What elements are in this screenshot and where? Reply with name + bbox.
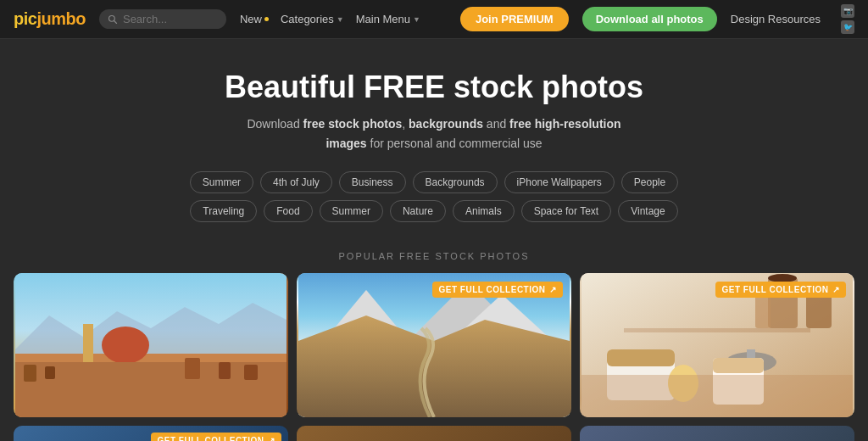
photo-card-bottom-right[interactable] [580, 426, 854, 441]
twitter-icon[interactable]: 🐦 [841, 20, 854, 34]
site-logo: picjumbo [14, 9, 86, 29]
tag-space-for-text[interactable]: Space for Text [521, 200, 612, 222]
tag-nature[interactable]: Nature [390, 200, 446, 222]
svg-rect-35 [581, 375, 853, 417]
social-icons: 📷 🐦 [841, 4, 854, 34]
categories-arrow-icon: ▼ [337, 15, 344, 24]
search-bar[interactable] [99, 9, 226, 29]
tag-summer-2[interactable]: Summer [320, 200, 383, 222]
instagram-icon[interactable]: 📷 [841, 4, 854, 18]
mountain-collection-badge[interactable]: GET FULL COLLECTION ↗ [432, 282, 563, 298]
popular-section-label: POPULAR FREE STOCK PHOTOS [0, 251, 868, 261]
tags-section: Summer 4th of July Business Backgrounds … [17, 171, 851, 222]
nav-links: New Categories ▼ Main Menu ▼ [240, 13, 447, 25]
external-link-icon-2: ↗ [832, 285, 840, 294]
hero-headline: Beautiful FREE stock photos [17, 70, 851, 104]
photo-grid: GET FULL COLLECTION ↗ [0, 273, 868, 417]
tag-4th-of-july[interactable]: 4th of July [260, 171, 332, 193]
new-dot-indicator [264, 17, 269, 21]
join-premium-button[interactable]: Join PREMIUM [460, 7, 569, 31]
svg-rect-34 [624, 328, 810, 332]
navbar: picjumbo New Categories ▼ Main Menu ▼ Jo… [0, 0, 868, 39]
photo-florence-bg [14, 273, 288, 417]
svg-rect-10 [45, 366, 55, 379]
photo-card-bottom-mid[interactable] [297, 426, 571, 441]
tag-vintage[interactable]: Vintage [618, 200, 677, 222]
nav-categories[interactable]: Categories ▼ [281, 13, 344, 25]
tag-food[interactable]: Food [264, 200, 312, 222]
tag-business[interactable]: Business [339, 171, 406, 193]
tag-iphone-wallpapers[interactable]: iPhone Wallpapers [504, 171, 615, 193]
search-input[interactable] [123, 13, 218, 25]
photo-card-florence[interactable] [14, 273, 288, 417]
main-menu-arrow-icon: ▼ [413, 15, 420, 24]
nav-new[interactable]: New [240, 13, 269, 25]
photo-card-bottom-left[interactable]: GET FULL COLLECTION ↗ [14, 426, 288, 441]
photo-grid-bottom-row: GET FULL COLLECTION ↗ [0, 426, 868, 441]
bottom-collection-badge[interactable]: GET FULL COLLECTION ↗ [151, 433, 281, 441]
tag-people[interactable]: People [621, 171, 678, 193]
nav-main-menu[interactable]: Main Menu ▼ [356, 13, 420, 25]
external-link-icon-3: ↗ [268, 436, 275, 441]
food-collection-badge[interactable]: GET FULL COLLECTION ↗ [715, 282, 846, 298]
external-link-icon: ↗ [549, 285, 557, 294]
hero-section: Beautiful FREE stock photos Download fre… [0, 39, 868, 251]
tag-backgrounds[interactable]: Backgrounds [413, 171, 498, 193]
svg-rect-13 [244, 365, 258, 380]
svg-rect-28 [607, 349, 675, 366]
svg-rect-33 [713, 358, 764, 373]
tag-animals[interactable]: Animals [453, 200, 515, 222]
tags-row-2: Traveling Food Summer Nature Animals Spa… [190, 200, 677, 222]
search-icon [108, 14, 118, 25]
hero-description: Download free stock photos, backgrounds … [239, 114, 629, 153]
tags-row-1: Summer 4th of July Business Backgrounds … [190, 171, 678, 193]
photo-card-food[interactable]: GET FULL COLLECTION ↗ [580, 273, 854, 417]
download-all-button[interactable]: Download all photos [582, 7, 717, 31]
nav-design-resources[interactable]: Design Resources [731, 13, 821, 25]
svg-rect-12 [219, 362, 231, 379]
tag-summer[interactable]: Summer [190, 171, 253, 193]
photo-card-mountain[interactable]: GET FULL COLLECTION ↗ [297, 273, 571, 417]
svg-line-1 [114, 20, 116, 23]
svg-rect-9 [24, 365, 36, 382]
svg-rect-11 [185, 358, 200, 379]
tag-traveling[interactable]: Traveling [190, 200, 257, 222]
